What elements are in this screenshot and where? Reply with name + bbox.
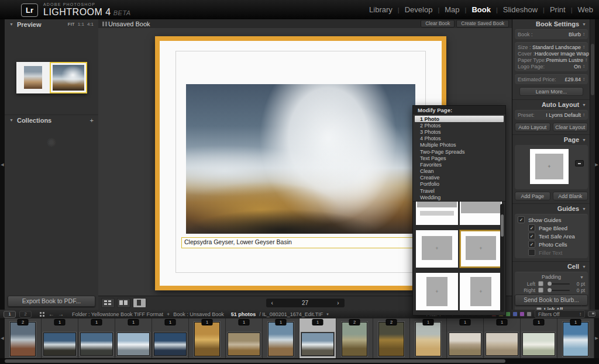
module-web[interactable]: Web	[578, 5, 594, 14]
setting-value[interactable]: Blurb	[569, 32, 581, 37]
module-book[interactable]: Book	[471, 5, 491, 14]
thumbnail-photo[interactable]	[563, 322, 588, 356]
popup-item-two-page-spreads[interactable]: Two-Page Spreads	[415, 148, 504, 155]
selected-page-frame[interactable]: Clepsydra Geyser, Lower Geyser Basin	[155, 36, 446, 290]
module-print[interactable]: Print	[550, 5, 566, 14]
add-blank-button[interactable]: Add Blank	[553, 192, 588, 200]
prev-page-arrow[interactable]: ‹	[271, 300, 273, 306]
module-library[interactable]: Library	[369, 5, 393, 14]
popup-item-portfolio[interactable]: Portfolio	[415, 181, 504, 188]
popup-item-creative[interactable]: Creative	[415, 175, 504, 181]
show-guides-row[interactable]: ✓ Show Guides	[518, 216, 585, 224]
guide-checkbox-page-bleed[interactable]: ✓	[528, 224, 535, 231]
thumbnail-photo[interactable]	[415, 322, 441, 356]
filmstrip-thumbnail[interactable]: 1	[226, 318, 263, 358]
page-template[interactable]	[416, 230, 458, 268]
auto-layout-header[interactable]: Auto Layout▼	[512, 99, 590, 109]
filmstrip-scrollbar[interactable]	[0, 358, 599, 364]
popup-item-4-photos[interactable]: 4 Photos	[415, 136, 504, 142]
scrollbar-handle[interactable]	[5, 359, 505, 363]
thumbnail-photo[interactable]	[378, 322, 404, 356]
zoom-4-1[interactable]: 4:1	[87, 22, 94, 27]
popup-item-multiple-photos[interactable]: Multiple Photos	[415, 142, 504, 148]
thumbnail-photo[interactable]	[268, 322, 294, 356]
monitor-2-button[interactable]: 2	[19, 311, 32, 318]
thumbnail-photo[interactable]	[301, 332, 334, 356]
thumbnail-photo[interactable]	[228, 332, 260, 356]
filmstrip-thumbnail[interactable]: 1	[42, 318, 78, 358]
right-panel-collapse-arrow[interactable]: ▶	[594, 19, 599, 310]
setting-value[interactable]: Standard Landscape	[532, 44, 581, 50]
book-page[interactable]: Clepsydra Geyser, Lower Geyser Basin	[160, 41, 442, 286]
source-folder-text[interactable]: Folder : Yellowstone Book TIFF Format	[72, 311, 163, 317]
filmstrip-thumbnail[interactable]: 1	[410, 318, 447, 358]
popup-item-2-photos[interactable]: 2 Photos	[415, 122, 504, 129]
setting-value[interactable]: Premium Lustre	[546, 57, 583, 63]
filmstrip-thumbnail[interactable]: 1	[152, 318, 189, 358]
scrollbar-handle[interactable]	[591, 44, 594, 95]
filmstrip-next-arrow[interactable]: ▶	[594, 318, 599, 358]
page-template-flyout-button[interactable]	[575, 160, 584, 167]
photo-caption-cell[interactable]: Clepsydra Geyser, Lower Geyser Basin	[181, 237, 421, 248]
filmstrip-thumbnail[interactable]: 2	[373, 318, 410, 358]
grid-view-icon[interactable]	[40, 312, 42, 314]
thumbnail-photo[interactable]	[486, 332, 518, 356]
thumbnail-photo[interactable]	[10, 322, 36, 356]
page-template[interactable]	[416, 273, 458, 310]
clear-book-button[interactable]: Clear Book	[421, 20, 455, 27]
filters-off-dropdown[interactable]: Filters Off ↕	[535, 310, 585, 318]
filmstrip-thumbnail-selected[interactable]: 1	[300, 318, 336, 358]
add-page-button[interactable]: Add Page	[515, 192, 550, 200]
filmstrip-thumbnail[interactable]: 1	[115, 318, 152, 358]
thumbnail-photo[interactable]	[522, 332, 555, 356]
learn-more-button[interactable]: Learn More...	[519, 87, 583, 96]
stepper-icon[interactable]: ↕	[585, 57, 587, 63]
thumbnail-photo[interactable]	[449, 332, 481, 356]
thumbnail-photo[interactable]	[342, 322, 367, 356]
thumbnail-photo[interactable]	[117, 332, 150, 356]
filmstrip-thumbnail[interactable]: 1	[447, 318, 484, 358]
guide-checkbox-filler-text[interactable]	[528, 249, 535, 256]
source-dropdown-caret[interactable]: ▾	[326, 312, 329, 317]
guide-row-text-safe-area[interactable]: ✓Text Safe Area	[528, 232, 585, 240]
export-book-to-pdf-button[interactable]: Export Book to PDF...	[8, 296, 95, 307]
preset-value[interactable]: I Lyons Default	[546, 112, 581, 118]
thumbnail-photo[interactable]	[194, 322, 220, 356]
popup-item-text-pages[interactable]: Text Pages	[415, 155, 504, 161]
add-collection-button[interactable]: +	[90, 117, 94, 124]
show-guides-checkbox[interactable]: ✓	[518, 216, 525, 223]
stepper-icon[interactable]: ↕	[583, 32, 585, 37]
spread-left-page[interactable]	[16, 62, 50, 93]
stepper-icon[interactable]: ↕	[583, 77, 585, 82]
padding-slider-left[interactable]	[547, 283, 570, 285]
zoom-1-1[interactable]: 1:1	[78, 22, 84, 27]
page-template-selected[interactable]	[460, 230, 502, 268]
page-layout-preview[interactable]	[530, 149, 569, 184]
module-map[interactable]: Map	[445, 5, 459, 14]
auto-layout-button[interactable]: Auto Layout	[515, 123, 550, 131]
main-photo[interactable]	[186, 84, 415, 234]
filmstrip-thumbnail[interactable]: 1	[78, 318, 115, 358]
monitor-1-button[interactable]: 1	[4, 311, 16, 318]
setting-value[interactable]: Hardcover Image Wrap	[535, 51, 589, 57]
create-saved-book-button[interactable]: Create Saved Book	[456, 20, 509, 27]
color-label-dot[interactable]	[519, 311, 525, 317]
popup-item-clean[interactable]: Clean	[415, 168, 504, 175]
guide-checkbox-text-safe-area[interactable]: ✓	[528, 233, 535, 240]
page-template[interactable]	[460, 201, 502, 225]
popup-item-favorites[interactable]: Favorites	[415, 161, 504, 168]
collections-panel-header[interactable]: ▼ Collections +	[5, 115, 98, 125]
thumbnail-photo[interactable]	[80, 332, 113, 356]
zoom-fit[interactable]: FIT	[68, 22, 75, 27]
cell-header[interactable]: Cell▼	[512, 261, 590, 271]
multi-page-view-button[interactable]	[101, 298, 115, 308]
page-template[interactable]	[460, 273, 502, 310]
stepper-icon[interactable]: ↕	[583, 112, 585, 117]
spread-preview[interactable]	[16, 62, 87, 93]
right-panel-scrollbar[interactable]	[590, 19, 595, 310]
filmstrip-thumbnail[interactable]: 1	[263, 318, 300, 358]
filmstrip-thumbnail[interactable]: 1	[557, 318, 594, 358]
slider-thumb[interactable]	[548, 282, 552, 286]
next-page-arrow[interactable]: ›	[337, 300, 339, 306]
page-header[interactable]: Page▼	[512, 134, 590, 144]
